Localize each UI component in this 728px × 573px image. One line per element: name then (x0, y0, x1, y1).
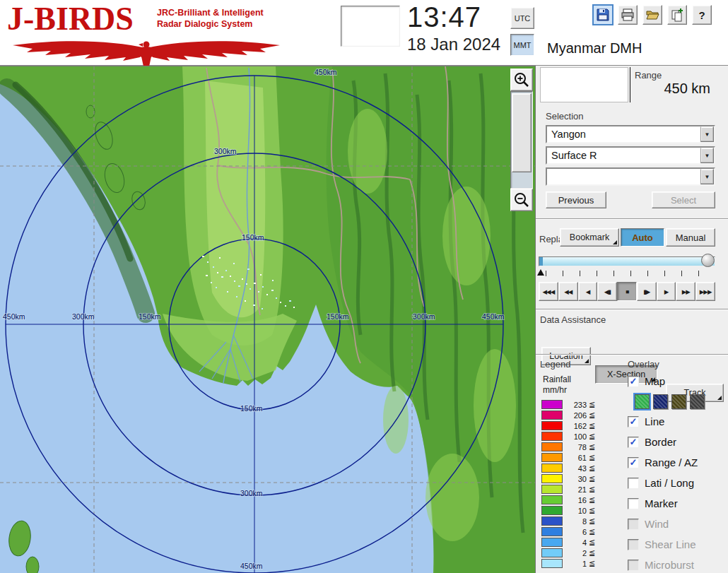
section-divider (536, 218, 728, 220)
legend-row: 30≦ (541, 473, 625, 484)
legend-color-swatch (541, 548, 563, 557)
app-logo-subtitle: JRC-Brilliant & Intelligent Radar Dialog… (157, 7, 264, 30)
legend-value: 10 (565, 507, 587, 515)
map-color-swatch[interactable] (690, 394, 705, 409)
legend-lte-symbol: ≦ (589, 527, 595, 536)
fast-forward-button[interactable]: ▶▶ (676, 282, 695, 301)
select-button[interactable]: Select (652, 191, 715, 208)
map-color-swatch[interactable] (671, 394, 686, 409)
chevron-down-icon[interactable]: ▼ (700, 169, 714, 184)
replay-slider-handle[interactable] (701, 254, 715, 267)
play-button[interactable]: ▶ (657, 282, 676, 301)
radar-echo (230, 276, 231, 277)
legend-lte-symbol: ≦ (589, 474, 595, 483)
mmt-button[interactable]: MMT (510, 34, 534, 56)
legend-value: 78 (565, 443, 587, 451)
range-label: Range (635, 70, 662, 81)
overlay-item-microburst: Microburst (628, 555, 728, 573)
print-button[interactable] (618, 5, 638, 25)
map-color-swatch[interactable] (653, 394, 668, 409)
chevron-down-icon[interactable]: ▼ (700, 148, 714, 163)
replay-timeline-slider[interactable] (539, 256, 715, 266)
legend-value: 162 (565, 422, 587, 430)
legend-color-swatch (541, 516, 563, 526)
legend-row: 16≦ (541, 495, 625, 505)
radar-map-area: 450km300km150km150km300km450km450km300km… (0, 66, 535, 573)
overlay-item-wind: Wind (628, 514, 728, 534)
legend-color-swatch (541, 453, 563, 462)
checkbox[interactable]: ✓ (628, 376, 639, 387)
auto-mode-button[interactable]: Auto (621, 228, 664, 247)
checkbox (628, 560, 639, 571)
legend-lte-symbol: ≦ (589, 432, 595, 441)
overlay-item-border[interactable]: ✓Border (628, 432, 728, 452)
checkbox[interactable]: ✓ (628, 416, 639, 427)
legend-value: 61 (565, 454, 587, 462)
overlay-item-marker[interactable]: Marker (628, 493, 728, 514)
legend-value: 1 (565, 560, 587, 568)
legend-row: 43≦ (541, 463, 625, 473)
overlay-item-lati-long[interactable]: Lati / Long (628, 473, 728, 493)
skip-to-end-button[interactable]: ▶▶▶ (695, 282, 715, 301)
overlay-label: Wind (645, 518, 669, 530)
radar-echo (245, 300, 246, 302)
play-reverse-button[interactable]: ◀ (578, 282, 598, 301)
step-back-button[interactable]: ◀▮ (597, 282, 617, 301)
open-button[interactable] (642, 5, 662, 25)
legend-row: 100≦ (541, 431, 625, 442)
overlay-label: Microburst (645, 559, 694, 571)
legend-row: 21≦ (541, 484, 625, 495)
zoom-in-button[interactable] (510, 69, 533, 91)
bookmark-button[interactable]: Bookmark (560, 228, 619, 247)
site-dropdown-value: Yangon (547, 129, 700, 140)
legend-color-swatch (541, 432, 563, 441)
radar-echo (266, 294, 268, 295)
overlay-label: Shear Line (645, 538, 696, 550)
zoom-scrollbar-thumb[interactable] (512, 93, 532, 172)
extra-dropdown[interactable]: ▼ (546, 167, 715, 186)
step-forward-button[interactable]: ▮▶ (637, 282, 657, 301)
skip-to-start-button[interactable]: ◀◀◀ (539, 282, 558, 301)
product-dropdown[interactable]: Surface R ▼ (546, 146, 715, 165)
checkbox[interactable]: ✓ (628, 437, 639, 448)
legend-row: 162≦ (541, 420, 625, 431)
radar-echo (247, 268, 249, 270)
legend-color-swatch (541, 559, 563, 568)
zoom-scrollbar[interactable] (510, 91, 533, 189)
legend-row: 1≦ (541, 558, 625, 569)
zoom-out-button[interactable] (510, 189, 533, 211)
checkbox[interactable] (628, 498, 639, 509)
logo-block: J-BIRDS JRC-Brilliant & Intelligent Rada… (7, 6, 311, 65)
overlay-item-line[interactable]: ✓Line (628, 411, 728, 432)
export-button[interactable] (667, 5, 687, 25)
save-button[interactable] (593, 5, 613, 25)
overlay-item-range-az[interactable]: ✓Range / AZ (628, 452, 728, 473)
help-button[interactable]: ? (692, 5, 712, 25)
stop-button[interactable]: ■ (617, 282, 637, 301)
ring-label: 450km (3, 312, 25, 321)
radar-map[interactable]: 450km300km150km150km300km450km450km300km… (0, 66, 535, 573)
legend-title: Legend (540, 359, 570, 370)
radar-echo (285, 305, 286, 307)
checkbox[interactable] (628, 478, 639, 489)
overlay-label: Line (645, 415, 664, 427)
map-color-swatch[interactable] (635, 394, 650, 409)
radar-echo (234, 280, 235, 282)
radar-echo (289, 300, 291, 302)
clock-date: 18 Jan 2024 (407, 35, 500, 54)
manual-mode-button[interactable]: Manual (666, 228, 715, 247)
print-icon (621, 8, 635, 22)
legend-lte-symbol: ≦ (589, 516, 595, 526)
legend-value: 21 (565, 485, 587, 494)
site-dropdown[interactable]: Yangon ▼ (546, 125, 715, 143)
radar-echo (246, 283, 247, 285)
legend-lte-symbol: ≦ (589, 442, 595, 451)
checkbox[interactable]: ✓ (628, 457, 639, 468)
fast-rewind-button[interactable]: ◀◀ (558, 282, 578, 301)
radar-echo (280, 302, 281, 303)
chevron-down-icon[interactable]: ▼ (700, 126, 714, 142)
overlay-item-map[interactable]: ✓Map (628, 371, 728, 391)
previous-button[interactable]: Previous (546, 191, 606, 208)
timeline-ruler (546, 271, 715, 276)
utc-button[interactable]: UTC (510, 7, 534, 29)
